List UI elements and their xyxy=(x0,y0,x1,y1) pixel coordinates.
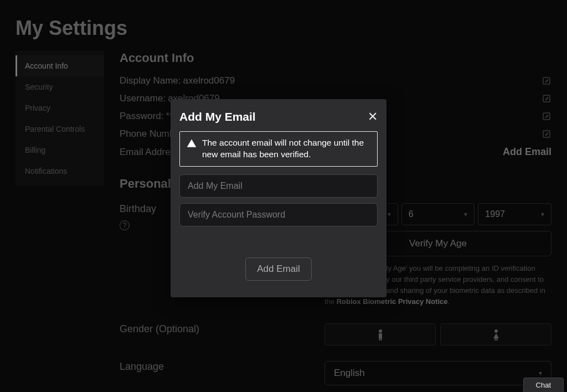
add-email-modal: Add My Email ✕ The account email will no… xyxy=(171,99,386,297)
add-email-input[interactable] xyxy=(179,174,378,198)
verify-password-input[interactable] xyxy=(179,203,378,226)
modal-title: Add My Email xyxy=(179,110,256,123)
warning-text: The account email will not change until … xyxy=(202,137,370,161)
warning-icon xyxy=(187,138,197,151)
close-icon[interactable]: ✕ xyxy=(368,111,378,123)
add-email-submit-button[interactable]: Add Email xyxy=(245,257,311,281)
warning-banner: The account email will not change until … xyxy=(179,131,378,167)
chat-tab[interactable]: Chat xyxy=(523,378,564,392)
